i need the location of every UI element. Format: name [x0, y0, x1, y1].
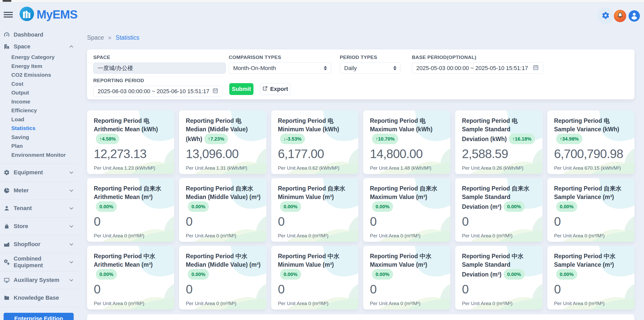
card-title: Reporting Period 电 Arithmetic Mean (kWh) — [94, 117, 158, 133]
card-metric-lines: Per Unit Area 0 (m³/M²)Per Capita 0 (m³) — [370, 301, 445, 309]
card-value: 0 — [94, 282, 169, 296]
reporting-period-value: 2025-06-03 00:00:00 ~ 2025-06-10 15:51:1… — [98, 88, 209, 95]
sidebar-item-equipment[interactable]: Equipment — [0, 163, 77, 181]
submit-button[interactable]: Submit — [229, 83, 253, 95]
card-title: Reporting Period 电 Minimum Value (kWh) — [278, 117, 339, 133]
sidebar-item-knowledge-base[interactable]: Knowledge Base — [0, 289, 77, 307]
sidebar-item-label: Tenant — [14, 205, 32, 212]
sidebar-item-statistics[interactable]: Statistics — [0, 124, 77, 133]
card-metric-line: Per Unit Area 1.23 (kWh/M²) — [94, 165, 169, 171]
hamburger-menu-icon[interactable] — [4, 12, 13, 18]
card-metric-line: Per Unit Area 0 (m³/M²) — [94, 301, 169, 306]
card-value: 0 — [554, 214, 629, 229]
person-icon — [4, 205, 10, 211]
account-button[interactable] — [629, 10, 640, 22]
sidebar-item-plan[interactable]: Plan — [0, 142, 77, 151]
card-value: 0 — [554, 282, 629, 296]
card-trend-badge: ↑7.23% — [204, 134, 228, 144]
enterprise-edition-button[interactable]: Enterprise Edition — [4, 313, 74, 320]
sidebar-item-efficiency[interactable]: Efficiency — [0, 106, 77, 115]
comparison-types-value: Month-On-Month — [233, 65, 276, 72]
sidebar-item-tenant[interactable]: Tenant — [0, 199, 77, 217]
sidebar-item-space[interactable]: Space — [0, 41, 77, 53]
pie-icon — [4, 187, 10, 194]
breadcrumb-statistics[interactable]: Statistics — [116, 34, 139, 41]
breadcrumb-space-link[interactable]: Space — [87, 34, 104, 41]
sidebar-item-output[interactable]: Output — [0, 88, 77, 97]
sidebar-item-co2-emissions[interactable]: CO2 Emissions — [0, 71, 77, 80]
settings-button[interactable] — [597, 7, 614, 24]
sidebar-item-store[interactable]: Store — [0, 217, 77, 235]
sidebar-item-income[interactable]: Income — [0, 97, 77, 106]
sidebar-item-auxiliary-system[interactable]: Auxiliary System — [0, 271, 77, 289]
sidebar-item-label: Auxiliary System — [14, 277, 59, 283]
base-period-label: BASE PERIOD(OPTIONAL) — [412, 55, 543, 60]
card-value: 0 — [370, 214, 445, 229]
sidebar-item-energy-category[interactable]: Energy Category — [0, 53, 77, 62]
card-trend-badge: 0.00% — [96, 201, 117, 212]
card-metric-lines: Per Unit Area 0 (m³/M²)Per Capita 0 (m³) — [278, 233, 353, 242]
card-title: Reporting Period 自来水 Sample Variance (m³… — [554, 185, 622, 200]
card-metric-lines: Per Unit Area 670.15 (kWh/M²)Per Capita … — [554, 165, 629, 174]
sidebar-item-saving[interactable]: Saving — [0, 133, 77, 142]
card-value: 0 — [94, 214, 169, 229]
chevron-down-icon — [69, 224, 74, 229]
card-title: Reporting Period 电 Maximum Value (kWh) — [370, 117, 433, 133]
card-value: 13,096.00 — [186, 147, 261, 161]
card-trend-badge: 0.00% — [280, 269, 301, 280]
card-title: Reporting Period 自来水 Minimum Value (m³) — [278, 185, 345, 200]
card-title: Reporting Period 中水 Sample Variance (m³) — [554, 253, 616, 268]
brand-logo[interactable]: MyEMS — [20, 7, 78, 22]
card-metric-lines: Per Unit Area 0.62 (kWh/M²)Per Capita 6,… — [278, 165, 353, 174]
chevron-down-icon — [69, 278, 74, 282]
period-types-select[interactable]: Daily — [340, 63, 401, 74]
stat-card: Reporting Period 中水 Minimum Value (m³)0.… — [271, 246, 358, 309]
comparison-types-select[interactable]: Month-On-Month — [229, 63, 331, 74]
card-metric-lines: Per Unit Area 0 (m³/M²)Per Capita 0 (m³) — [554, 301, 629, 309]
card-value: 6,700,790.98 — [554, 147, 629, 161]
sidebar-item-dashboard[interactable]: Dashboard — [0, 29, 77, 40]
select-arrows-icon — [393, 66, 396, 70]
base-period-input[interactable]: 2025-05-03 00:00:00 ~ 2025-05-10 15:51:1… — [412, 63, 543, 74]
card-metric-line: Per Unit Area 0 (m³/M²) — [186, 301, 261, 306]
user-icon — [630, 11, 639, 21]
space-input[interactable] — [93, 63, 226, 74]
export-button[interactable]: Export — [260, 83, 290, 95]
card-trend-badge: 0.00% — [504, 201, 525, 212]
card-trend-badge: 0.00% — [372, 269, 393, 280]
card-value: 0 — [462, 214, 537, 229]
sidebar-item-load[interactable]: Load — [0, 115, 77, 124]
sidebar: Dashboard Space Energy CategoryEnergy It… — [0, 0, 77, 320]
card-metric-line: Per Unit Area 0 (m³/M²) — [186, 233, 261, 239]
stat-card: Reporting Period 自来水 Maximum Value (m³)0… — [363, 178, 450, 242]
gear-icon — [601, 11, 610, 21]
sidebar-item-environment-monitor[interactable]: Environment Monitor — [0, 151, 77, 160]
sidebar-item-meter[interactable]: Meter — [0, 181, 77, 200]
gear-icon — [4, 169, 10, 176]
card-metric-line: Per Unit Area 0 (m³/M²) — [94, 233, 169, 239]
gears-icon — [4, 259, 10, 265]
notifications-button[interactable] — [614, 10, 626, 22]
sidebar-item-shopfloor[interactable]: Shopfloor — [0, 235, 77, 253]
building-icon — [4, 44, 10, 50]
card-metric-lines: Per Unit Area 1.48 (kWh/M²)Per Capita 14… — [370, 165, 445, 174]
card-trend-badge: 0.00% — [96, 269, 117, 280]
breadcrumb-separator: » — [108, 34, 112, 41]
card-value: 14,800.00 — [370, 147, 445, 161]
card-metric-lines: Per Unit Area 0 (m³/M²)Per Capita 0 (m³) — [554, 233, 629, 242]
card-title: Reporting Period 中水 Minimum Value (m³) — [278, 253, 340, 268]
card-trend-badge: ↑34.98% — [556, 134, 582, 144]
card-value: 0 — [278, 214, 353, 229]
card-value: 2,588.59 — [462, 147, 537, 161]
sidebar-item-combined-equipment[interactable]: Combined Equipment — [0, 253, 77, 271]
sidebar-item-energy-item[interactable]: Energy Item — [0, 62, 77, 71]
sidebar-item-cost[interactable]: Cost — [0, 80, 77, 89]
card-metric-lines: Per Unit Area 0 (m³/M²) — [94, 301, 169, 306]
card-value: 6,177.00 — [278, 147, 353, 161]
stat-card: Reporting Period 自来水 Sample Variance (m³… — [547, 178, 634, 242]
card-value: 0 — [462, 282, 537, 296]
stat-card: Reporting Period 自来水 Median (Middle Valu… — [179, 178, 266, 242]
reporting-period-input[interactable]: 2025-06-03 00:00:00 ~ 2025-06-10 15:51:1… — [93, 86, 223, 97]
bell-icon — [617, 12, 624, 20]
card-metric-line: Per Unit Area 0.62 (kWh/M²) — [278, 165, 353, 171]
